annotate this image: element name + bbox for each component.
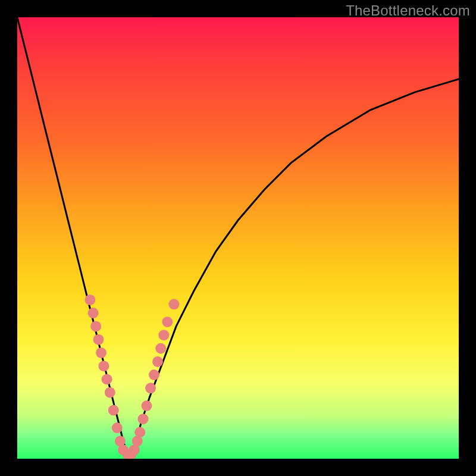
marker-dot (93, 334, 104, 345)
marker-dot (112, 422, 123, 433)
marker-dot (90, 321, 101, 331)
marker-dot (84, 295, 95, 305)
marker-dot (152, 356, 163, 367)
marker-dot (98, 361, 109, 371)
chart-svg (17, 17, 459, 459)
marker-dot (88, 308, 99, 318)
marker-dot (134, 427, 145, 438)
marker-dot (138, 414, 149, 424)
marker-dot (102, 374, 112, 384)
marker-dot (158, 330, 169, 340)
marker-dot (155, 343, 166, 354)
marker-dot (108, 405, 119, 415)
marker-dot (105, 387, 115, 398)
bottleneck-curve (17, 17, 459, 455)
marker-dot (162, 317, 173, 327)
watermark-text: TheBottleneck.com (346, 2, 470, 19)
marker-dot (96, 347, 107, 358)
marker-group (84, 295, 179, 459)
chart-area (17, 17, 459, 459)
marker-dot (168, 299, 179, 309)
marker-dot (149, 369, 159, 380)
marker-dot (145, 383, 156, 393)
marker-dot (141, 400, 152, 411)
